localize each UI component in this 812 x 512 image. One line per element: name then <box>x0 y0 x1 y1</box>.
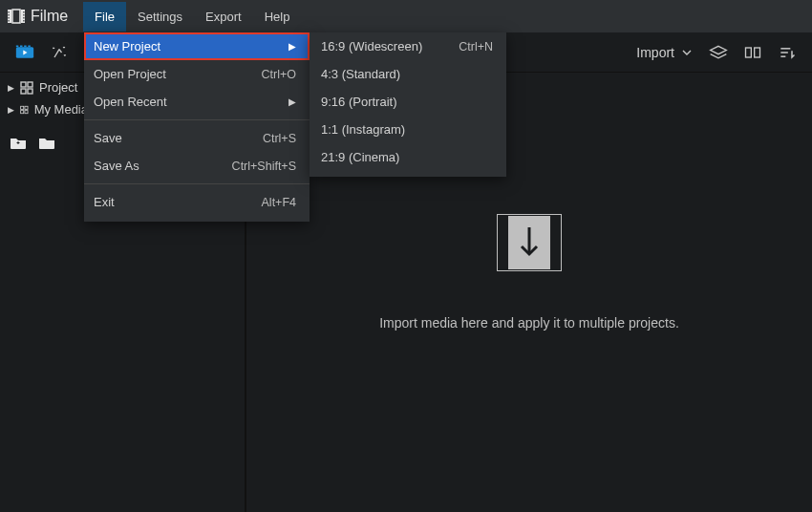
submenu-item-label: 21:9 (Cinema) <box>321 150 399 164</box>
submenu-item-label: 4:3 (Standard) <box>321 67 400 81</box>
app-name: Filme <box>31 8 68 25</box>
app-logo: Filme <box>8 8 68 25</box>
svg-rect-16 <box>28 45 31 47</box>
svg-rect-2 <box>12 10 20 23</box>
new-project-submenu: 16:9 (Widescreen) Ctrl+N 4:3 (Standard) … <box>310 32 506 177</box>
svg-rect-41 <box>552 227 560 235</box>
svg-rect-9 <box>23 17 24 19</box>
menu-help[interactable]: Help <box>253 2 302 32</box>
sidebar-item-label: My Media <box>34 102 88 117</box>
svg-rect-19 <box>755 48 760 57</box>
svg-rect-4 <box>9 14 10 16</box>
sort-icon[interactable] <box>770 35 804 70</box>
menu-item-label: Save <box>94 131 122 145</box>
svg-rect-15 <box>24 45 27 47</box>
svg-rect-18 <box>746 48 752 57</box>
filme-logo-icon <box>8 8 25 25</box>
menu-settings[interactable]: Settings <box>126 2 194 32</box>
menu-open-project[interactable]: Open Project Ctrl+O <box>84 60 310 88</box>
svg-rect-40 <box>552 217 560 224</box>
submenu-caret-icon: ▶ <box>279 41 296 52</box>
sidebar-item-project[interactable]: ▶ Project <box>0 76 96 98</box>
menu-item-label: New Project <box>94 39 160 53</box>
svg-rect-36 <box>499 227 506 235</box>
svg-rect-42 <box>552 238 560 245</box>
drop-zone[interactable]: Import media here and apply it to multip… <box>379 214 679 331</box>
menu-item-label: Exit <box>94 195 115 209</box>
menu-shortcut: Ctrl+Shift+S <box>232 160 296 173</box>
svg-rect-8 <box>23 14 24 16</box>
submenu-16-9[interactable]: 16:9 (Widescreen) Ctrl+N <box>310 32 506 60</box>
svg-rect-43 <box>552 248 560 256</box>
menu-separator <box>84 119 310 120</box>
menu-shortcut: Ctrl+S <box>263 132 296 145</box>
svg-rect-14 <box>20 45 23 47</box>
effects-tab-icon[interactable] <box>42 35 76 70</box>
menu-shortcut: Ctrl+O <box>262 68 296 81</box>
menubar: Filme File Settings Export Help <box>0 0 812 32</box>
menu-shortcut: Alt+F4 <box>262 196 296 209</box>
menu-file[interactable]: File <box>83 2 126 32</box>
sidebar-item-label: Project <box>39 80 77 95</box>
submenu-4-3[interactable]: 4:3 (Standard) <box>310 60 506 88</box>
import-media-icon <box>497 214 562 271</box>
grid-icon <box>20 81 33 95</box>
menu-separator <box>84 183 310 184</box>
grid-view-icon[interactable] <box>736 35 770 70</box>
menu-save[interactable]: Save Ctrl+S <box>84 124 310 152</box>
svg-rect-32 <box>18 141 19 144</box>
svg-rect-24 <box>28 82 32 87</box>
menu-exit[interactable]: Exit Alt+F4 <box>84 188 310 216</box>
svg-rect-26 <box>28 89 32 94</box>
menu-new-project[interactable]: New Project ▶ <box>84 32 310 60</box>
submenu-item-label: 9:16 (Portrait) <box>321 95 396 109</box>
submenu-item-label: 1:1 (Instagram) <box>321 122 405 137</box>
menu-export[interactable]: Export <box>194 2 253 32</box>
grid-icon <box>20 103 29 117</box>
submenu-item-label: 16:9 (Widescreen) <box>321 39 422 53</box>
submenu-1-1[interactable]: 1:1 (Instagram) <box>310 116 506 143</box>
svg-rect-6 <box>9 20 10 22</box>
svg-rect-7 <box>23 11 24 13</box>
svg-rect-28 <box>25 106 28 109</box>
svg-marker-17 <box>711 46 727 53</box>
sidebar: ▶ Project ▶ My Media <box>0 73 96 512</box>
folder-icon[interactable] <box>38 136 55 149</box>
drop-text: Import media here and apply it to multip… <box>379 315 679 331</box>
menu-open-recent[interactable]: Open Recent ▶ <box>84 88 310 116</box>
svg-rect-27 <box>21 106 24 109</box>
svg-rect-29 <box>21 110 24 113</box>
svg-rect-5 <box>9 17 10 19</box>
menu-item-label: Open Recent <box>94 95 167 109</box>
svg-rect-44 <box>552 259 560 267</box>
sidebar-item-my-media[interactable]: ▶ My Media <box>0 98 96 120</box>
submenu-caret-icon: ▶ <box>279 96 296 107</box>
layers-icon[interactable] <box>701 35 736 70</box>
media-tab-icon[interactable] <box>8 35 42 70</box>
svg-rect-3 <box>9 11 10 13</box>
svg-rect-39 <box>499 259 506 267</box>
svg-rect-13 <box>16 45 19 47</box>
svg-rect-23 <box>21 82 26 87</box>
menu-shortcut: Ctrl+N <box>459 40 493 53</box>
chevron-down-icon <box>682 50 692 55</box>
expand-icon: ▶ <box>8 105 14 115</box>
svg-rect-38 <box>499 248 506 256</box>
svg-rect-37 <box>499 238 506 245</box>
submenu-9-16[interactable]: 9:16 (Portrait) <box>310 88 506 116</box>
menu-save-as[interactable]: Save As Ctrl+Shift+S <box>84 152 310 180</box>
menu-item-label: Open Project <box>94 67 166 81</box>
svg-rect-30 <box>25 110 28 113</box>
svg-rect-25 <box>21 89 26 94</box>
submenu-21-9[interactable]: 21:9 (Cinema) <box>310 143 506 171</box>
svg-rect-35 <box>499 217 506 224</box>
menu-item-label: Save As <box>94 159 139 173</box>
svg-rect-10 <box>23 20 24 22</box>
import-label: Import <box>636 45 674 60</box>
folder-add-icon[interactable] <box>10 136 27 149</box>
file-menu-dropdown: New Project ▶ Open Project Ctrl+O Open R… <box>84 32 310 222</box>
expand-icon: ▶ <box>8 83 14 93</box>
import-button[interactable]: Import <box>627 41 701 64</box>
